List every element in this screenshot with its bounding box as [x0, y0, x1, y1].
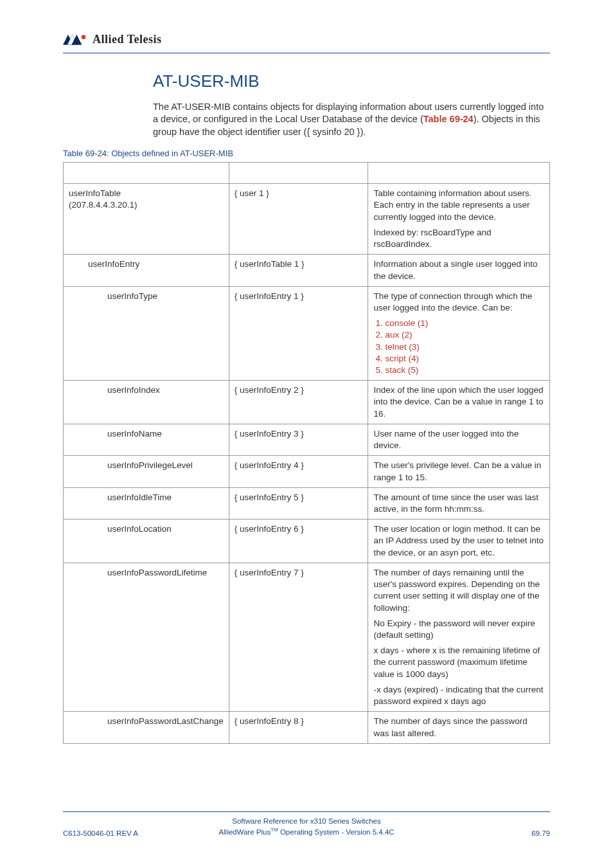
col-header-oid [229, 163, 368, 184]
footer-line-1: Software Reference for x310 Series Switc… [63, 816, 550, 826]
table-row: userInfoType{ userInfoEntry 1 }The type … [64, 286, 550, 381]
object-oid: { user 1 } [229, 184, 368, 255]
table-row: userInfoIndex{ userInfoEntry 2 }Index of… [64, 381, 550, 424]
indent-cell [83, 456, 102, 487]
object-description: The number of days remaining until the u… [368, 563, 550, 711]
enum-item: telnet (3) [385, 341, 544, 353]
table-row: userInfoEntry{ userInfoTable 1 }Informat… [64, 255, 550, 286]
page-footer: Software Reference for x310 Series Switc… [63, 806, 550, 837]
object-description: Information about a single user logged i… [368, 255, 550, 286]
object-oid: { userInfoTable 1 } [229, 255, 368, 286]
table-row: userInfoPasswordLastChange{ userInfoEntr… [64, 712, 550, 743]
indent-cell [64, 487, 83, 519]
footer-doc-id: C613-50046-01 REV A [63, 829, 138, 837]
indent-cell [83, 520, 102, 563]
table-row: userInfoIdleTime{ userInfoEntry 5 }The a… [64, 487, 550, 519]
indent-cell [83, 424, 102, 455]
object-oid: { userInfoEntry 4 } [229, 456, 368, 487]
object-description: Index of the line upon which the user lo… [368, 381, 550, 424]
indent-cell [64, 381, 83, 424]
object-description: User name of the user logged into the de… [368, 424, 550, 455]
indent-cell [83, 712, 102, 743]
object-oid: { userInfoEntry 7 } [229, 563, 368, 711]
object-name: userInfoIdleTime [102, 487, 229, 519]
object-oid: { userInfoEntry 1 } [229, 286, 368, 381]
indent-cell [83, 381, 102, 424]
object-name: userInfoLocation [102, 520, 229, 563]
table-row: userInfoName{ userInfoEntry 3 }User name… [64, 424, 550, 455]
object-description: Table containing information about users… [368, 184, 550, 255]
object-oid: { userInfoEntry 6 } [229, 520, 368, 563]
object-oid: { userInfoEntry 5 } [229, 487, 368, 519]
indent-cell [64, 456, 83, 487]
object-description: The user location or login method. It ca… [368, 520, 550, 563]
brand-name: Allied Telesis [93, 33, 162, 46]
enum-item: aux (2) [385, 329, 544, 341]
indent-cell [83, 487, 102, 519]
object-name: userInfoType [102, 286, 229, 381]
indent-cell [64, 563, 83, 711]
object-description: The user's privilege level. Can be a val… [368, 456, 550, 487]
indent-cell [64, 712, 83, 743]
page-title: AT-USER-MIB [153, 71, 550, 91]
indent-cell [83, 563, 102, 711]
object-name: userInfoTable(207.8.4.4.3.20.1) [64, 184, 229, 255]
svg-point-3 [82, 35, 86, 39]
col-header-name [64, 163, 229, 184]
indent-cell [83, 286, 102, 381]
table-caption: Table 69-24: Objects defined in AT-USER-… [63, 149, 550, 158]
enum-list: console (1)aux (2)telnet (3)script (4)st… [373, 318, 544, 376]
intro-paragraph: The AT-USER-MIB contains objects for dis… [153, 101, 550, 139]
object-description: The number of days since the password wa… [368, 712, 550, 743]
brand-logo: Allied Telesis [63, 32, 550, 46]
table-row: userInfoPasswordLifetime{ userInfoEntry … [64, 563, 550, 711]
mib-objects-table: userInfoTable(207.8.4.4.3.20.1){ user 1 … [63, 162, 550, 744]
object-description: The type of connection through which the… [368, 286, 550, 381]
enum-item: script (4) [385, 353, 544, 365]
object-name: userInfoIndex [102, 381, 229, 424]
object-name: userInfoName [102, 424, 229, 455]
enum-item: stack (5) [385, 365, 544, 376]
table-row: userInfoLocation{ userInfoEntry 6 }The u… [64, 520, 550, 563]
object-description: The amount of time since the user was la… [368, 487, 550, 519]
object-oid: { userInfoEntry 2 } [229, 381, 368, 424]
indent-cell [64, 520, 83, 563]
table-row: userInfoPrivilegeLevel{ userInfoEntry 4 … [64, 456, 550, 487]
allied-telesis-logo-icon [63, 32, 89, 46]
object-oid: { userInfoEntry 3 } [229, 424, 368, 455]
table-row: userInfoTable(207.8.4.4.3.20.1){ user 1 … [64, 184, 550, 255]
indent-cell [64, 286, 83, 381]
table-reference-link[interactable]: Table 69-24 [423, 114, 474, 124]
enum-item: console (1) [385, 318, 544, 329]
indent-cell [64, 255, 83, 286]
header-rule [63, 53, 550, 53]
footer-rule [63, 811, 550, 812]
indent-cell [64, 424, 83, 455]
object-name: userInfoEntry [83, 255, 229, 286]
object-oid: { userInfoEntry 8 } [229, 712, 368, 743]
object-name: userInfoPrivilegeLevel [102, 456, 229, 487]
table-header-row [64, 163, 550, 184]
col-header-desc [368, 163, 550, 184]
footer-page-number: 69.79 [531, 829, 550, 837]
object-name: userInfoPasswordLastChange [102, 712, 229, 743]
object-name: userInfoPasswordLifetime [102, 563, 229, 711]
